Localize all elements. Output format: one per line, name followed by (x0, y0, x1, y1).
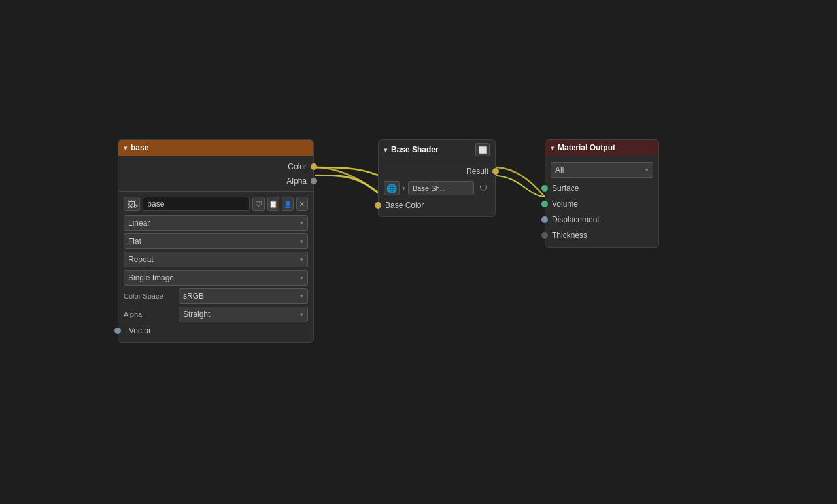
result-label: Result (466, 167, 488, 176)
base-node-header: ▾ base (118, 140, 313, 156)
linear-arrow: ▾ (300, 220, 303, 226)
thickness-socket-row: Thickness (545, 227, 658, 243)
surface-label: Surface (552, 184, 579, 193)
result-socket-row: Result (379, 164, 495, 178)
linear-value: Linear (128, 218, 150, 227)
alpha-socket-row: Alpha (118, 174, 313, 188)
output-all-dropdown[interactable]: All ▾ (551, 162, 653, 178)
color-space-value: sRGB (183, 292, 204, 301)
material-output-title: Material Output (558, 143, 615, 152)
vector-socket-row: Vector (118, 324, 313, 338)
color-socket[interactable] (311, 163, 317, 170)
base-shader-body: Result 🌐 ▾ Base Sh... 🛡 Base Color (379, 160, 495, 216)
shader-shield[interactable]: 🛡 (477, 181, 490, 195)
result-socket[interactable] (492, 168, 499, 175)
surface-socket-row: Surface (545, 180, 658, 196)
color-space-row: Color Space sRGB ▾ (118, 287, 313, 305)
base-node-body: Color Alpha 🖼 ▾ 🛡 📋 👤 ✕ Linear ▾ (118, 156, 313, 342)
alpha-out-label: Alpha (286, 176, 307, 186)
repeat-arrow: ▾ (300, 256, 303, 263)
globe-symbol: 🌐 (386, 184, 397, 193)
material-output-header: ▾ Material Output (545, 140, 658, 156)
displacement-socket-row: Displacement (545, 212, 658, 227)
base-shader-icon-btn[interactable]: ⬜ (475, 143, 490, 156)
flat-dropdown[interactable]: Flat ▾ (124, 233, 308, 249)
surface-socket[interactable] (541, 185, 548, 192)
color-socket-row: Color (118, 160, 313, 174)
globe-chevron: ▾ (402, 185, 405, 192)
shader-select-btn[interactable]: Base Sh... (408, 181, 474, 195)
color-space-dropdown[interactable]: sRGB ▾ (179, 288, 308, 304)
base-node-chevron[interactable]: ▾ (124, 144, 127, 152)
alpha-dropdown[interactable]: Straight ▾ (179, 307, 308, 322)
material-output-chevron[interactable]: ▾ (551, 144, 554, 152)
repeat-dropdown[interactable]: Repeat ▾ (124, 252, 308, 267)
repeat-dropdown-row: Repeat ▾ (118, 250, 313, 269)
color-space-label: Color Space (124, 292, 176, 300)
volume-label: Volume (552, 199, 578, 209)
volume-socket-row: Volume (545, 196, 658, 212)
vector-socket[interactable] (114, 328, 121, 334)
base-color-label: Base Color (385, 201, 424, 210)
base-node-title: base (131, 143, 148, 152)
color-space-arrow: ▾ (300, 293, 303, 299)
output-all-arrow: ▾ (645, 167, 649, 173)
flat-dropdown-row: Flat ▾ (118, 232, 313, 250)
alpha-label: Alpha (124, 311, 176, 318)
thickness-label: Thickness (552, 231, 587, 240)
base-shader-chevron[interactable]: ▾ (384, 146, 387, 154)
output-all-dropdown-row: All ▾ (545, 160, 658, 180)
flat-arrow: ▾ (300, 238, 303, 244)
material-output-body: All ▾ Surface Volume Displacement Thickn… (545, 156, 658, 247)
shader-btn-label: Base Sh... (413, 184, 446, 192)
alpha-row: Alpha Straight ▾ (118, 305, 313, 324)
single-image-dropdown[interactable]: Single Image ▾ (124, 270, 308, 286)
image-name-row: 🖼 ▾ 🛡 📋 👤 ✕ (118, 194, 313, 214)
base-color-row: Base Color (379, 198, 495, 212)
displacement-label: Displacement (552, 215, 600, 224)
image-icon-symbol: 🖼 (128, 199, 136, 209)
globe-icon[interactable]: 🌐 (384, 181, 400, 195)
displacement-socket[interactable] (541, 216, 548, 223)
vector-label: Vector (129, 326, 151, 335)
linear-dropdown[interactable]: Linear ▾ (124, 215, 308, 231)
linear-dropdown-row: Linear ▾ (118, 214, 313, 232)
repeat-value: Repeat (128, 255, 154, 264)
shield-btn[interactable]: 🛡 (252, 197, 264, 211)
alpha-value: Straight (183, 310, 210, 319)
alpha-arrow: ▾ (300, 311, 303, 318)
alpha-socket[interactable] (311, 178, 317, 184)
copy-btn[interactable]: 📋 (267, 197, 279, 211)
color-label: Color (288, 162, 307, 171)
single-image-dropdown-row: Single Image ▾ (118, 269, 313, 287)
base-shader-node: ▾ Base Shader ⬜ Result 🌐 ▾ Base Sh... 🛡 … (378, 139, 496, 217)
base-shader-btn-icon: ⬜ (479, 146, 487, 154)
image-name-input[interactable] (143, 197, 250, 211)
output-all-value: All (555, 165, 564, 175)
material-output-node: ▾ Material Output All ▾ Surface Volume D… (545, 139, 659, 248)
base-shader-header: ▾ Base Shader ⬜ (379, 140, 495, 160)
shader-select-row: 🌐 ▾ Base Sh... 🛡 (379, 178, 495, 198)
image-icon[interactable]: 🖼 ▾ (124, 197, 140, 211)
close-btn[interactable]: ✕ (296, 197, 308, 211)
single-image-value: Single Image (128, 273, 174, 282)
flat-value: Flat (128, 237, 141, 246)
thickness-socket[interactable] (541, 232, 548, 239)
base-color-socket[interactable] (375, 202, 381, 209)
single-image-arrow: ▾ (300, 275, 303, 281)
img-chevron: ▾ (135, 203, 138, 209)
user-btn[interactable]: 👤 (282, 197, 294, 211)
volume-socket[interactable] (541, 201, 548, 207)
base-node: ▾ base Color Alpha 🖼 ▾ 🛡 📋 👤 ✕ (118, 139, 314, 343)
base-shader-title: Base Shader (391, 145, 439, 154)
